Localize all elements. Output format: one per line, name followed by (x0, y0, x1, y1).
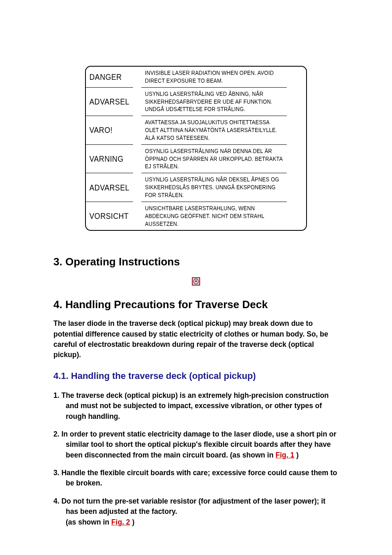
warning-row: VARNING OSYNLIG LASERSTRÅLNING NÄR DENNA… (86, 145, 306, 174)
back-to-top-link[interactable] (53, 277, 339, 286)
warning-message: UNSICHTBARE LASERSTRAHLUNG, WENN ABDECKU… (141, 202, 286, 230)
list-item-text: ) (130, 518, 135, 526)
warning-row: ADVARSEL USYNLIG LASERSTRÅLING VED ÅBNIN… (86, 88, 306, 116)
up-arrow-icon (192, 277, 200, 286)
section-3-heading: 3. Operating Instructions (53, 255, 339, 268)
warning-row: ADVARSEL USYNLIG LASERSTRÅLING NÅR DEKSE… (86, 173, 306, 202)
warning-message: INVISIBLE LASER RADIATION WHEN OPEN. AVO… (141, 67, 286, 88)
warning-label: DANGER (86, 67, 133, 88)
list-item: 2. In order to prevent static electricit… (53, 429, 339, 460)
laser-warning-table: DANGER INVISIBLE LASER RADIATION WHEN OP… (85, 66, 307, 231)
warning-label: VARO! (86, 116, 133, 145)
handling-precautions-list: 1. The traverse deck (optical pickup) is… (53, 390, 339, 527)
warning-row: VORSICHT UNSICHTBARE LASERSTRAHLUNG, WEN… (86, 202, 306, 230)
figure-2-link[interactable]: Fig. 2 (111, 518, 130, 526)
warning-row: VARO! AVATTAESSA JA SUOJALUKITUS OHITETT… (86, 116, 306, 145)
list-item-text: 4. Do not turn the pre-set variable resi… (53, 497, 325, 516)
warning-row: DANGER INVISIBLE LASER RADIATION WHEN OP… (86, 67, 306, 88)
warning-label: VORSICHT (86, 202, 133, 230)
section-4-1-heading: 4.1. Handling the traverse deck (optical… (53, 371, 339, 381)
document-page: DANGER INVISIBLE LASER RADIATION WHEN OP… (0, 0, 392, 555)
warning-message: USYNLIG LASERSTRÅLING VED ÅBNING, NÅR SI… (141, 88, 286, 116)
warning-label: ADVARSEL (86, 173, 133, 202)
section-4-heading: 4. Handling Precautions for Traverse Dec… (53, 298, 339, 311)
warning-label: ADVARSEL (86, 88, 133, 116)
figure-1-link[interactable]: Fig. 1 (276, 451, 295, 459)
section-4-intro-paragraph: The laser diode in the traverse deck (op… (53, 318, 339, 360)
warning-label: VARNING (86, 145, 133, 174)
warning-message: USYNLIG LASERSTRÅLING NÅR DEKSEL ÅPNES O… (141, 173, 286, 202)
list-item: 3. Handle the flexible circuit boards wi… (53, 468, 339, 489)
warning-message: AVATTAESSA JA SUOJALUKITUS OHITETTAESSA … (141, 116, 286, 145)
warning-message: OSYNLIG LASERSTRÅLNING NÄR DENNA DEL ÄR … (141, 145, 286, 174)
list-item: 1. The traverse deck (optical pickup) is… (53, 390, 339, 422)
list-item-text: ) (294, 451, 299, 459)
list-item: 4. Do not turn the pre-set variable resi… (53, 496, 339, 527)
list-item-text: (as shown in (66, 518, 111, 526)
